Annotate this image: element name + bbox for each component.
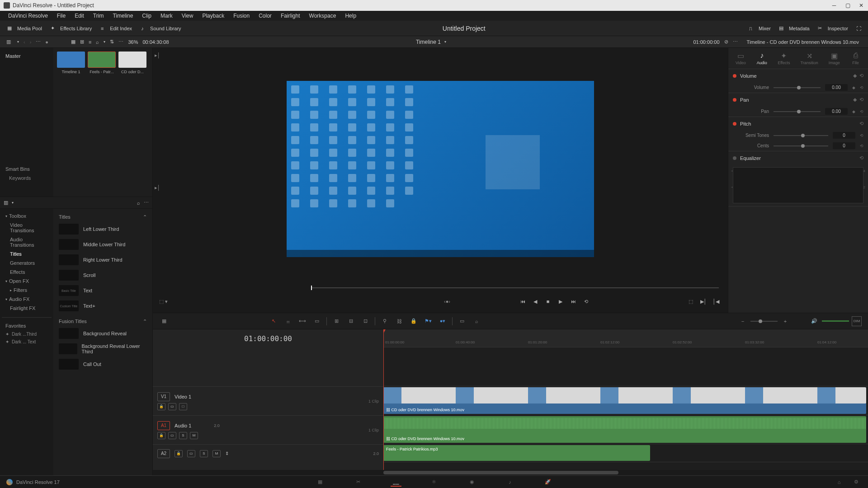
menu-workspace[interactable]: Workspace <box>306 12 340 20</box>
chain-tool[interactable]: ⛓ <box>394 316 404 326</box>
fairlight-page-button[interactable]: ♪ <box>505 478 515 487</box>
next-frame-button[interactable]: ⏭ <box>568 296 579 307</box>
pan-section-header[interactable]: Pan ◆⟲ <box>728 93 868 106</box>
audiofx-node[interactable]: Audio FX <box>2 295 52 304</box>
reset-icon[interactable]: ⟲ <box>859 97 863 103</box>
in-marker-icon[interactable]: ▸│ <box>155 52 160 58</box>
reset-icon[interactable]: ⟲ <box>860 109 863 114</box>
generators-node[interactable]: Generators <box>2 258 52 267</box>
selection-tool[interactable]: ↖ <box>269 316 278 326</box>
close-button[interactable]: ✕ <box>858 2 864 9</box>
semitones-slider[interactable] <box>774 135 828 136</box>
mute-button[interactable]: M <box>212 450 221 457</box>
match-frame-button[interactable]: ⬚ <box>685 296 696 307</box>
clip-thumb[interactable]: Feels - Patr... <box>88 52 116 74</box>
audio-track-header[interactable]: A2 🔒 ▭ S M ⇕ 2.0 <box>153 444 383 462</box>
track-label[interactable]: A2 <box>157 449 170 458</box>
link-tool[interactable]: ⚲ <box>380 316 390 326</box>
keywords-bin[interactable]: Keywords <box>4 174 50 183</box>
menu-trim[interactable]: Trim <box>90 12 108 20</box>
reset-icon[interactable]: ⟲ <box>860 133 863 138</box>
keyframe-icon[interactable]: ◆ <box>852 85 855 90</box>
inspector-tab-file[interactable]: ⎙File <box>850 52 861 65</box>
flag-tool[interactable]: ⚑▾ <box>423 316 433 326</box>
video-track-header[interactable]: V1 Video 1 🔒 ▭ □ 1 Clip <box>153 386 383 415</box>
inspector-tab-video[interactable]: ▭Video <box>735 52 746 65</box>
prev-frame-button[interactable]: ◀ <box>530 296 541 307</box>
edit-page-button[interactable]: ⎯⎯ <box>391 478 401 487</box>
track-label[interactable]: V1 <box>157 392 170 401</box>
reset-icon[interactable]: ⟲ <box>860 85 863 90</box>
audio-clip[interactable]: ⛓ CD oder DVD brennen Windows 10.mov <box>383 416 866 443</box>
openfx-node[interactable]: Open FX <box>2 277 52 286</box>
maximize-button[interactable]: ▢ <box>844 2 851 9</box>
project-settings-button[interactable]: ⚙ <box>851 478 862 487</box>
viewer[interactable]: ▸│ ▸│ <box>153 48 728 290</box>
auto-select-button[interactable]: ▭ <box>168 432 176 439</box>
title-preset[interactable]: Custom TitleText+ <box>57 299 149 313</box>
overwrite-tool[interactable]: ⊟ <box>346 316 356 326</box>
clip-thumb[interactable]: CD oder D... <box>118 52 146 74</box>
out-marker-icon[interactable]: ▸│ <box>155 185 160 191</box>
title-preset[interactable]: Left Lower Third <box>57 222 149 236</box>
reset-icon[interactable]: ⟲ <box>859 121 863 127</box>
media-pool-toggle[interactable]: ▦ Media Pool <box>5 25 42 32</box>
menu-view[interactable]: View <box>178 12 197 20</box>
lock-track-button[interactable]: 🔒 <box>157 432 165 439</box>
audio-transitions-node[interactable]: Audio Transitions <box>2 235 52 249</box>
volume-value[interactable]: 0.00 <box>825 84 848 91</box>
keyframe-icon[interactable]: ◆ <box>852 109 855 114</box>
sort-icon[interactable]: ⇅ <box>110 39 114 45</box>
play-button[interactable]: ▶ <box>555 296 566 307</box>
master-volume-slider[interactable] <box>822 320 849 322</box>
mute-icon[interactable]: 🔊 <box>809 316 819 326</box>
timeline-ruler[interactable]: 01:00:00:00 01:00:40:00 01:01:20:00 01:0… <box>383 329 868 347</box>
blade-tool[interactable]: ▭ <box>312 316 322 326</box>
timeline-name-dropdown[interactable]: Timeline 1 <box>416 39 441 45</box>
inspector-tab-transition[interactable]: ⤨Transition <box>801 52 818 65</box>
toolbox-node[interactable]: Toolbox <box>2 211 52 221</box>
search-icon[interactable]: ⌕ <box>137 200 140 206</box>
fusion-title-preset[interactable]: Call Out <box>57 357 149 371</box>
menu-edit[interactable]: Edit <box>71 12 88 20</box>
audio-track-header[interactable]: A1 Audio 1 2.0 🔒 ▭ S M 1 Clip <box>153 415 383 444</box>
zoom-percent[interactable]: 36% <box>128 39 138 45</box>
dynamic-trim-tool[interactable]: ⟷ <box>297 316 307 326</box>
horizontal-scrollbar[interactable] <box>153 470 868 475</box>
reset-icon[interactable]: ⟲ <box>859 73 863 79</box>
enable-dot-icon[interactable] <box>733 98 736 102</box>
smart-bins-header[interactable]: Smart Bins <box>4 164 50 174</box>
cut-page-button[interactable]: ✂ <box>353 478 363 487</box>
timeline-view-options[interactable]: ▦ <box>159 316 169 326</box>
cents-value[interactable]: 0 <box>833 142 855 149</box>
zoom-in-button[interactable]: + <box>780 316 790 326</box>
color-page-button[interactable]: ◉ <box>467 478 477 487</box>
minimize-button[interactable]: ─ <box>831 2 837 9</box>
dim-button[interactable]: DIM <box>852 316 862 326</box>
inspector-toggle[interactable]: ✂ Inspector <box>816 25 848 32</box>
resize-cursor-icon[interactable]: ⇕ <box>225 451 229 456</box>
zoom-slider[interactable] <box>750 321 778 322</box>
prev-edit-icon[interactable]: ‹●› <box>444 299 450 304</box>
keyframe-icon[interactable]: ◆ <box>853 73 857 79</box>
viewer-options-icon[interactable]: ⋯ <box>733 39 738 45</box>
go-end-button[interactable]: ▶│ <box>698 296 709 307</box>
semitones-value[interactable]: 0 <box>833 132 855 139</box>
chevron-down-icon[interactable]: ▾ <box>444 40 446 44</box>
effects-node[interactable]: Effects <box>2 267 52 277</box>
enable-dot-icon[interactable] <box>733 156 736 160</box>
marker-tool[interactable]: ●▾ <box>438 316 448 326</box>
favorite-item[interactable]: ✦Dark ...Third <box>2 330 52 338</box>
zoom-out-button[interactable]: − <box>738 316 748 326</box>
chevron-down-icon[interactable]: ▾ <box>12 201 14 205</box>
sound-library-toggle[interactable]: ♪ Sound Library <box>138 25 181 32</box>
mark-in-icon[interactable]: ⬚ ▾ <box>159 299 168 305</box>
titles-section-header[interactable]: Titles⌃ <box>57 212 149 222</box>
effects-library-toggle[interactable]: ✦ Effects Library <box>48 25 92 32</box>
fusion-titles-header[interactable]: Fusion Titles⌃ <box>57 317 149 326</box>
title-preset[interactable]: Right Lower Third <box>57 253 149 267</box>
master-bin[interactable]: Master <box>4 52 50 61</box>
equalizer-section-header[interactable]: Equalizer ⟲ <box>728 151 868 164</box>
disable-track-button[interactable]: □ <box>179 403 187 410</box>
track-label[interactable]: A1 <box>157 421 170 430</box>
